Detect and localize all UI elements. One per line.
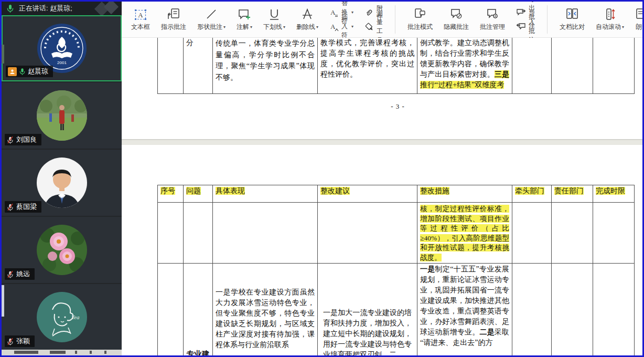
participants-sidebar: 正在讲话: 赵晨琼; 2001 — [2, 2, 122, 355]
cell-seq — [158, 264, 184, 356]
header-suggestion: 整改建议 — [318, 185, 417, 203]
participant-name-tag: 张颖 — [5, 335, 35, 347]
tool-label: 注解 — [237, 23, 249, 32]
microphone-active-icon — [7, 4, 14, 13]
background-window-artifact — [2, 45, 4, 64]
tool-label: 插入符 — [341, 13, 348, 40]
table-header-row: 序号 问题 具体表现 整改建议 整改措施 牵头部门 责任部门 完成时限 — [158, 185, 635, 203]
cell-measures: 例式教学。建立动态调整机制，结合行业需求和学生反馈更新教学内容，确保教学与产出目… — [417, 38, 512, 94]
header-seq: 序号 — [158, 185, 184, 203]
page-number: - 3 - — [122, 102, 642, 111]
measures-text: 制定“十五五”专业发展规划，重新论证冰雪运动专业，巩固并拓展国省一流专业建设成果… — [420, 265, 509, 336]
measure-tool[interactable]: 测量工具 — [364, 20, 383, 33]
strikethrough-tool[interactable]: 删除线▾ — [296, 7, 318, 32]
microphone-muted-icon — [7, 203, 14, 211]
participant-name-tag: 赵晨琼 — [6, 66, 53, 77]
document-page-4: 序号 问题 具体表现 整改建议 整改措施 牵头部门 责任部门 完成时限 — [122, 145, 642, 355]
underline-icon — [268, 7, 281, 20]
cell-manifestation: 一是学校在专业建设方面虽然大力发展冰雪运动特色专业，但专业聚焦度不够，特色专业建… — [213, 264, 318, 356]
insert-glyph-tool[interactable]: A 插入符 ▾ — [329, 20, 353, 33]
manage-comments-tool[interactable]: 批注管理 — [480, 7, 505, 32]
meeting-annotation-window: 正在讲话: 赵晨琼; 2001 — [0, 0, 644, 357]
doc-compare-icon — [565, 7, 579, 20]
read-aloud-icon — [635, 7, 644, 20]
portrait-photo-avatar — [37, 158, 87, 208]
document-viewport[interactable]: 分 传统单一，体育类专业学分总量偏高，学分学时比例不合理，聚焦“学生学习成果”体… — [122, 38, 642, 355]
note-plus-icon — [238, 7, 251, 20]
svg-text:A: A — [330, 23, 336, 30]
participant-tile-zhangying[interactable]: Yea 张颖 — [2, 284, 122, 350]
cell-problem: 专业建设 — [184, 264, 213, 356]
manage-comments-icon — [486, 7, 499, 20]
rectification-table: 序号 问题 具体表现 整改建议 整改措施 牵头部门 责任部门 完成时限 — [157, 185, 635, 355]
cell-lead-dept — [512, 38, 552, 94]
cell-seq — [158, 203, 184, 264]
chalk-drawing-avatar: Yea — [37, 292, 87, 342]
participant-name-tag: 蔡国梁 — [5, 201, 41, 213]
callout-note-tool[interactable]: 指示批注 — [161, 7, 186, 32]
cell-manifestation — [213, 203, 318, 264]
speaking-now-bar: 正在讲话: 赵晨琼; — [2, 2, 122, 15]
auto-scroll-tool[interactable]: 自动滚动▾ — [596, 7, 624, 32]
chevron-down-icon: ▾ — [250, 25, 252, 29]
import-comments-tool[interactable]: 导入批注 — [516, 20, 535, 33]
participant-name: 刘国良 — [16, 135, 37, 144]
logo-year: 2001 — [57, 60, 67, 65]
measures-bold: 二是 — [479, 328, 494, 336]
cell-problem-fragment: 分 — [184, 38, 213, 94]
cell-suggestion: 教学模式，完善课程考核，提高学生课程考核的挑战度，优化教学评价，突出过程性评价。 — [318, 38, 417, 94]
header-lead-dept: 牵头部门 — [512, 185, 552, 203]
suggestion-text: 一是加大一流专业建设的培育和扶持力度，增加投入，建立短中长期的建设规划，用好一流… — [323, 264, 412, 355]
shape-annotation-tool[interactable]: 形状批注▾ — [197, 7, 226, 32]
cell-suggestion — [318, 203, 417, 264]
tool-label: 形状批注 — [197, 23, 222, 32]
microphone-muted-icon — [7, 270, 14, 278]
cell-deadline — [593, 264, 635, 356]
chevron-down-icon: ▾ — [351, 24, 353, 29]
tool-label: 自动滚动 — [596, 23, 621, 32]
tool-label: 隐藏批注 — [444, 23, 469, 32]
table-row: 专业建设 一是学校在专业建设方面虽然大力发展冰雪运动特色专业，但专业聚焦度不够，… — [158, 264, 635, 356]
participant-tile-liuguoliang[interactable]: 刘国良 — [2, 82, 122, 149]
tool-label: 批注模式 — [407, 23, 433, 32]
paperclip-icon — [364, 8, 374, 17]
participant-name-tag: 刘国良 — [5, 134, 41, 145]
manifestation-text: 一是学校在专业建设方面虽然大力发展冰雪运动特色专业，但专业聚焦度不够，特色专业建… — [216, 264, 315, 350]
tool-label: 删除线 — [296, 23, 315, 32]
replace-glyph-icon: A — [329, 8, 339, 17]
cell-seq — [158, 38, 184, 94]
strikethrough-icon — [301, 7, 314, 20]
participant-name-tag: 姚远 — [5, 268, 35, 280]
doc-compare-tool[interactable]: 文档比对 — [560, 7, 585, 32]
tool-label: 批注管理 — [480, 23, 505, 32]
peony-flowers-avatar — [37, 225, 87, 275]
decorative-diamonds — [95, 3, 120, 15]
page-gap — [122, 139, 642, 145]
note-tool[interactable]: 注解▾ — [237, 7, 252, 32]
chalk-text: Yea — [71, 314, 80, 320]
table-row: 核，制定过程性评价标准，增加阶段性测试、项目作业等过程性评价（占比≥40%），引… — [158, 203, 635, 264]
svg-text:A: A — [138, 11, 143, 19]
microphone-active-icon — [19, 68, 25, 76]
participant-tile-yaoyuan[interactable]: 姚远 — [2, 217, 122, 283]
read-aloud-tool[interactable]: 朗读 — [635, 7, 644, 32]
background-window-artifact — [2, 285, 4, 317]
cell-resp-dept — [552, 264, 593, 356]
header-resp-dept: 责任部门 — [552, 185, 593, 203]
underline-tool[interactable]: 下划线▾ — [263, 7, 285, 32]
participant-tile-zhaochenqiong[interactable]: 2001 赵晨琼 — [2, 15, 122, 81]
participant-tile-caiguoliang[interactable]: 蔡国梁 — [2, 150, 122, 216]
chevron-down-icon: ▾ — [622, 25, 624, 29]
annotation-pane: A 文本框 指示批注 形状批注▾ 注解▾ — [122, 2, 642, 355]
cell-manifestation: 传统单一，体育类专业学分总量偏高，学分学时比例不合理，聚焦“学生学习成果”体现不… — [213, 38, 318, 94]
hide-comments-icon — [449, 7, 463, 20]
comment-mode-tool[interactable]: 批注模式 — [407, 7, 433, 32]
host-person-icon — [8, 67, 17, 76]
cell-lead-dept — [512, 264, 552, 356]
export-comments-icon — [516, 8, 526, 17]
participant-name: 赵晨琼 — [28, 67, 48, 76]
cell-resp-dept — [552, 38, 593, 94]
textbox-tool[interactable]: A 文本框 — [131, 7, 150, 32]
hide-comments-tool[interactable]: 隐藏批注 — [444, 7, 469, 32]
chevron-down-icon: ▾ — [223, 25, 226, 29]
